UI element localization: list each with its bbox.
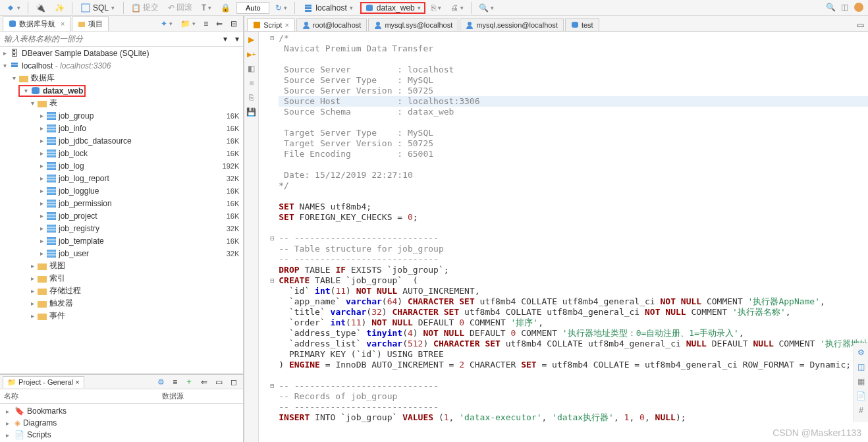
tree-item-datax-web[interactable]: datax_web	[43, 86, 83, 96]
nav-home-icon[interactable]: ✦▾	[157, 17, 176, 30]
project-item[interactable]: ▸📄Scripts	[0, 429, 243, 441]
table-row[interactable]: ▸job_user32K	[0, 247, 243, 260]
tree-item-localhost[interactable]: localhost - localhost:3306	[22, 61, 239, 70]
tree-item-tables[interactable]: 表	[49, 97, 239, 109]
table-name: job_info	[59, 124, 206, 133]
stop-button[interactable]: ■	[246, 78, 257, 88]
table-name: job_log_report	[59, 174, 206, 183]
fold-toggle[interactable]: ⊟	[268, 233, 276, 244]
filter-icon[interactable]: ≡	[169, 375, 180, 389]
close-icon[interactable]: ×	[61, 20, 65, 28]
fold-toggle[interactable]: ⊟	[268, 381, 276, 391]
table-row[interactable]: ▸job_lock16K	[0, 147, 243, 159]
avatar-icon[interactable]	[854, 2, 864, 13]
table-row[interactable]: ▸job_template16K	[0, 235, 243, 247]
back-icon[interactable]: ⇐	[198, 375, 211, 389]
editor-tab[interactable]: root@localhost	[296, 18, 367, 31]
tab-projects[interactable]: 项目	[72, 16, 109, 31]
folder-icon	[18, 74, 29, 82]
execute-script-button[interactable]: ▶+	[246, 49, 257, 59]
plug-icon[interactable]: 🔌	[32, 1, 49, 14]
svg-rect-32	[47, 212, 56, 220]
panel-icon[interactable]: ◫	[856, 362, 867, 372]
project-item[interactable]: ▸◈Diagrams	[0, 417, 243, 429]
table-name: job_template	[59, 236, 206, 246]
commit-button[interactable]: 📋 提交	[128, 0, 162, 15]
svg-rect-49	[254, 22, 260, 28]
project-tab[interactable]: 📁 Project - General ×	[3, 376, 84, 388]
tree-item-databases[interactable]: 数据库	[31, 72, 239, 84]
database-tree[interactable]: ▸🗄DBeaver Sample Database (SQLite) ▾loca…	[0, 47, 243, 373]
close-icon[interactable]: ×	[285, 21, 288, 29]
tree-item-views[interactable]: 视图	[49, 260, 239, 271]
project-item[interactable]: ▸🔖Bookmarks	[0, 405, 243, 417]
lock-icon[interactable]: 🔒	[217, 1, 234, 14]
table-row[interactable]: ▸job_group16K	[0, 109, 243, 122]
layout-icon[interactable]: ◫	[841, 3, 848, 12]
table-row[interactable]: ▸job_log192K	[0, 159, 243, 172]
main-toolbar: ▾ 🔌 ✨ SQL ▾ 📋 提交 ↶ 回滚 T▾ 🔒 ↻▾ localhost …	[0, 0, 868, 16]
unplug-icon[interactable]: ✨	[51, 1, 68, 14]
expand-toggle[interactable]: ▸	[0, 49, 9, 57]
minimize-icon[interactable]: ▭	[212, 375, 226, 389]
filter-settings-icon[interactable]: ▾	[231, 33, 243, 45]
rollback-button[interactable]: ↶ 回滚	[165, 0, 196, 15]
fold-toggle[interactable]: ⊟	[268, 275, 276, 286]
print-icon[interactable]: 🖨▾	[447, 1, 467, 14]
gear-icon[interactable]: ⚙	[154, 375, 168, 389]
editor-tab[interactable]: mysql.session@localhost	[460, 18, 564, 31]
filter-input[interactable]	[0, 32, 219, 46]
editor-tab[interactable]: mysql.sys@localhost	[368, 18, 458, 31]
settings-icon[interactable]: ⚙	[856, 347, 867, 358]
connection-datax-web[interactable]: datax_web ▾	[360, 2, 425, 14]
nav-collapse-icon[interactable]: ⊟	[227, 17, 240, 30]
fold-toggle[interactable]: ⊟	[268, 33, 276, 43]
tree-item-procs[interactable]: 存储过程	[49, 285, 239, 296]
nav-back-icon[interactable]: ⇐	[213, 17, 226, 30]
table-size: 16K	[206, 200, 239, 207]
close-icon[interactable]: ×	[75, 378, 79, 386]
add-icon[interactable]: ＋	[182, 374, 196, 389]
tree-item-events[interactable]: 事件	[49, 310, 239, 321]
table-row[interactable]: ▸job_info16K	[0, 122, 243, 134]
svg-point-51	[376, 22, 380, 26]
save-button[interactable]: 💾	[246, 107, 257, 117]
nav-filter-icon[interactable]: ≡	[200, 17, 211, 30]
maximize-icon[interactable]: ◻	[227, 375, 240, 389]
project-icon: 🔖	[14, 406, 24, 416]
maximize-icon[interactable]: ▭	[853, 19, 868, 31]
export-button[interactable]: ⎘	[246, 92, 257, 103]
new-connection-button[interactable]: ▾	[3, 1, 24, 14]
table-name: job_group	[59, 111, 206, 121]
tree-item[interactable]: DBeaver Sample Database (SQLite)	[22, 49, 239, 58]
table-row[interactable]: ▸job_log_report32K	[0, 172, 243, 184]
hash-icon[interactable]: #	[856, 405, 867, 416]
auto-input[interactable]	[236, 2, 269, 14]
editor-tab[interactable]: test	[565, 18, 599, 31]
explain-button[interactable]: ◧	[246, 63, 257, 74]
sql-editor-button[interactable]: SQL ▾	[76, 1, 119, 14]
connection-localhost[interactable]: localhost ▾	[299, 2, 357, 14]
editor-tab[interactable]: Script×	[247, 18, 295, 31]
sql-editor[interactable]: ⊟/* Navicat Premium Data Transfer Source…	[259, 32, 868, 442]
tx-mode-button[interactable]: T▾	[198, 1, 215, 14]
table-row[interactable]: ▸job_logglue16K	[0, 184, 243, 197]
svg-rect-11	[47, 124, 56, 132]
refresh-icon[interactable]: ↻▾	[272, 1, 290, 14]
svg-rect-48	[38, 314, 47, 320]
grid-icon[interactable]: ▦	[856, 376, 867, 387]
table-row[interactable]: ▸job_project16K	[0, 209, 243, 222]
execute-button[interactable]: ▶	[246, 34, 257, 45]
filter-funnel-icon[interactable]: ▾	[219, 33, 231, 45]
table-row[interactable]: ▸job_registry32K	[0, 222, 243, 235]
tree-item-triggers[interactable]: 触发器	[49, 298, 239, 309]
search-dropdown-icon[interactable]: 🔍▾	[475, 1, 497, 14]
table-row[interactable]: ▸job_jdbc_datasource16K	[0, 134, 243, 147]
export-icon[interactable]: ⎘▾	[428, 1, 445, 14]
tab-db-navigator[interactable]: 数据库导航×	[3, 16, 70, 31]
file-icon[interactable]: 📄	[856, 391, 867, 401]
search-icon[interactable]: 🔍	[826, 3, 836, 12]
table-row[interactable]: ▸job_permission16K	[0, 197, 243, 209]
tree-item-indexes[interactable]: 索引	[49, 273, 239, 284]
nav-folder-icon[interactable]: 📁▾	[177, 17, 199, 30]
